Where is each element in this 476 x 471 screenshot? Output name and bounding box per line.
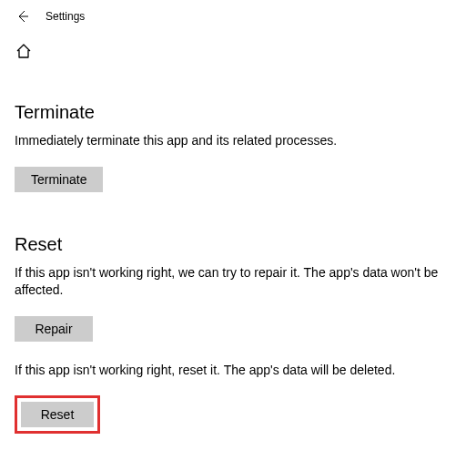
terminate-section: Terminate Immediately terminate this app… [15, 102, 461, 192]
home-icon[interactable] [15, 42, 33, 60]
page-title: Settings [46, 10, 85, 23]
reset-button[interactable]: Reset [21, 402, 94, 427]
header: Settings [0, 0, 476, 33]
content: Terminate Immediately terminate this app… [0, 102, 476, 434]
reset-section: Reset If this app isn't working right, w… [15, 234, 461, 435]
back-icon[interactable] [15, 9, 29, 24]
terminate-desc: Immediately terminate this app and its r… [15, 132, 451, 150]
home-row [0, 33, 476, 60]
reset-button-highlight: Reset [15, 395, 100, 434]
repair-desc: If this app isn't working right, we can … [15, 264, 451, 300]
reset-title: Reset [15, 234, 461, 255]
terminate-title: Terminate [15, 102, 461, 123]
terminate-button[interactable]: Terminate [15, 167, 103, 192]
repair-button[interactable]: Repair [15, 316, 93, 342]
reset-desc: If this app isn't working right, reset i… [15, 362, 451, 380]
